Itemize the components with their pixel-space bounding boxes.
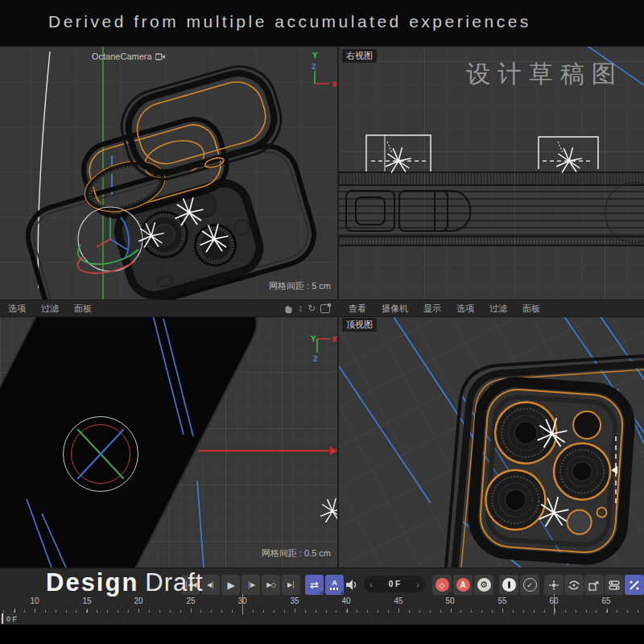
menu-options[interactable]: 选项 — [8, 303, 26, 315]
frame-value: 0 F — [389, 580, 400, 588]
ruler-tick-label: 50 — [445, 597, 454, 605]
previous-key-button[interactable]: ◀│ — [201, 575, 220, 595]
banner-title: Derived from multiple accumulated experi… — [48, 12, 531, 31]
axis-x-label: X — [332, 80, 336, 89]
record-keyframe-button[interactable]: ◇ — [432, 575, 452, 595]
current-frame-field[interactable]: ‹ 0 F › — [364, 576, 425, 592]
left-viewport-menu: 选项 过滤 面板 — [8, 303, 107, 315]
viewport-nav-icons: ↕ ↻ — [283, 303, 336, 314]
design-draft-title: DesignDraft — [46, 568, 204, 597]
ruler-tick-label: 35 — [290, 597, 299, 605]
pan-hand-icon[interactable] — [283, 303, 293, 314]
top-banner: Derived from multiple accumulated experi… — [0, 0, 644, 46]
ruler-tick-label: 25 — [186, 597, 195, 605]
front-view-wires — [0, 316, 337, 568]
keyframe-settings-button[interactable]: ⚙ — [474, 575, 493, 595]
octane-camera-label[interactable]: OctaneCamera — [92, 52, 166, 61]
axis-y-label: Y — [312, 52, 318, 60]
next-frame-button[interactable]: │▶ — [242, 575, 260, 595]
camera-icon — [155, 52, 166, 60]
axis-z-label: Z — [313, 356, 318, 363]
menu-panel[interactable]: 面板 — [522, 303, 540, 315]
sound-toggle-icon[interactable] — [345, 578, 359, 592]
playhead[interactable]: 0 F — [2, 613, 17, 624]
sparkle — [386, 147, 411, 173]
camera-module — [471, 380, 632, 562]
viewport-right-view[interactable]: 右视图 设计草稿图 — [337, 46, 644, 300]
record-parameter-button[interactable] — [605, 575, 624, 595]
viewport-menubar: 选项 过滤 面板 ↕ ↻ 查看 摄像机 显示 选项 过滤 面板 — [0, 299, 644, 317]
record-position-button[interactable] — [544, 575, 564, 595]
play-to-key-button[interactable]: ▶◇ — [262, 575, 280, 595]
app-window: Derived from multiple accumulated experi… — [0, 0, 644, 644]
axis-y-label: Y — [310, 335, 316, 343]
goto-end-button[interactable]: ▶│ — [282, 575, 300, 595]
top-view-wireframe — [339, 316, 644, 568]
menu-panel[interactable]: 面板 — [74, 303, 92, 315]
axis-gizmo: Y Z X — [301, 50, 336, 90]
ruler-tick-label: 55 — [497, 597, 506, 605]
ruler-tick-label: 15 — [82, 597, 91, 605]
viewport-label[interactable]: 顶视图 — [342, 318, 377, 332]
menu-camera[interactable]: 摄像机 — [382, 303, 408, 315]
viewport-front-camera[interactable]: Y X Z 网格间距 : 0.5 cm — [0, 316, 337, 568]
play-button[interactable]: ▶ — [221, 575, 240, 595]
menu-options[interactable]: 选项 — [456, 303, 474, 315]
sparkle — [320, 498, 337, 522]
ruler-tick-label: 45 — [394, 597, 402, 605]
ruler-tick-label: 40 — [341, 597, 350, 605]
menu-filter[interactable]: 过滤 — [41, 303, 59, 315]
animation-palette-button[interactable]: A — [325, 575, 344, 595]
viewport-top-view[interactable]: 顶视图 — [337, 316, 644, 568]
loop-playback-button[interactable]: ⇄ — [305, 575, 324, 595]
exploded-case-wireframe — [0, 47, 337, 300]
frame-decrement[interactable]: ‹ — [369, 580, 373, 589]
right-viewport-menu: 查看 摄像机 显示 选项 过滤 面板 — [349, 303, 555, 315]
watermark-text: 设计草稿图 — [466, 58, 623, 91]
ruler-tick-label: 65 — [601, 597, 610, 605]
maximize-viewport-icon[interactable] — [320, 304, 330, 313]
frame-increment[interactable]: › — [416, 580, 419, 589]
viewport-perspective[interactable]: OctaneCamera Y Z X — [0, 46, 337, 300]
viewport-label[interactable]: 右视图 — [342, 49, 377, 63]
rotate-view-icon[interactable]: ↻ — [308, 303, 316, 313]
keyframe-selection-button[interactable]: ✓ — [520, 575, 539, 595]
ruler-tick-label: 10 — [30, 597, 39, 605]
menu-display[interactable]: 显示 — [423, 303, 441, 315]
grid-spacing-label: 网格间距 : 0.5 cm — [262, 547, 331, 559]
menu-filter[interactable]: 过滤 — [489, 303, 507, 315]
record-scale-button[interactable] — [584, 575, 604, 595]
menu-view[interactable]: 查看 — [349, 303, 366, 315]
sparkle — [556, 147, 582, 173]
ruler-minor-ticks — [0, 610, 644, 613]
record-pla-button[interactable] — [499, 575, 518, 595]
minimal-ruler-toggle-button[interactable] — [625, 575, 644, 595]
autokey-button[interactable]: A — [453, 575, 473, 595]
axis-z-label: Z — [312, 64, 316, 71]
axis-gizmo: Y X Z — [309, 333, 337, 365]
animation-timeline: DesignDraft │◀◀ ◀│ ▶ │▶ ▶◇ ▶│ ⇄ A ‹ 0 F … — [0, 568, 644, 625]
timeline-ruler[interactable]: 10 15 20 25 30 35 40 45 50 55 60 65 — [0, 594, 644, 625]
goto-start-button[interactable]: │◀◀ — [181, 575, 200, 595]
dolly-icon[interactable]: ↕ — [298, 303, 303, 313]
axis-x-label: X — [332, 336, 337, 344]
ruler-tick-label: 20 — [134, 597, 142, 605]
grid-spacing-label: 网格间距 : 5 cm — [269, 280, 331, 292]
record-rotation-button[interactable] — [564, 575, 584, 595]
